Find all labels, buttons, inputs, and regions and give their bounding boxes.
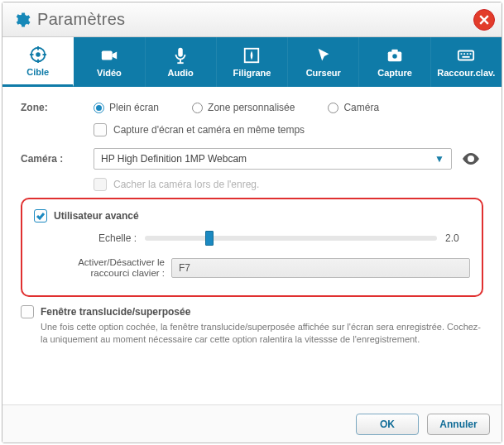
- video-icon: [100, 46, 118, 65]
- tab-cible[interactable]: Cible: [2, 37, 74, 87]
- hotkey-input[interactable]: F7: [171, 258, 470, 278]
- tab-filigrane[interactable]: Filigrane: [217, 37, 288, 87]
- gear-icon: [12, 11, 31, 29]
- hotkey-label: Activer/Désactiver le raccourci clavier …: [41, 257, 165, 279]
- cancel-button[interactable]: Annuler: [427, 414, 490, 435]
- svg-rect-6: [102, 51, 113, 60]
- hotkey-value: F7: [179, 262, 190, 274]
- tab-curseur[interactable]: Curseur: [288, 37, 359, 87]
- tab-label: Vidéo: [97, 68, 122, 78]
- close-button[interactable]: [473, 9, 495, 31]
- svg-point-5: [36, 52, 41, 57]
- radio-label: Plein écran: [109, 102, 159, 113]
- tab-label: Cible: [26, 67, 49, 77]
- target-icon: [29, 45, 47, 64]
- svg-rect-16: [464, 53, 466, 55]
- svg-rect-7: [178, 48, 183, 57]
- zone-radio-group: Plein écran Zone personnalisée Caméra: [94, 102, 379, 113]
- cursor-icon: [314, 46, 333, 65]
- camera-icon: [386, 46, 404, 65]
- scale-slider[interactable]: [145, 236, 437, 241]
- translucent-section: Fenêtre translucide/superposée Une fois …: [21, 305, 483, 345]
- camera-selected-value: HP High Definition 1MP Webcam: [101, 153, 247, 165]
- keyboard-icon: [457, 46, 475, 65]
- tab-label: Raccour.clav.: [437, 68, 495, 78]
- svg-point-13: [392, 54, 397, 59]
- tab-capture[interactable]: Capture: [359, 37, 430, 87]
- ok-button[interactable]: OK: [356, 414, 419, 435]
- camera-select[interactable]: HP High Definition 1MP Webcam ▼: [94, 148, 452, 170]
- dual-capture-checkbox[interactable]: [94, 123, 107, 136]
- advanced-user-label: Utilisateur avancé: [54, 210, 139, 222]
- mic-icon: [171, 46, 190, 65]
- tab-audio[interactable]: Audio: [146, 37, 217, 87]
- radio-dot-icon: [328, 103, 338, 113]
- camera-label: Caméra :: [21, 153, 94, 165]
- scale-row: Echelle : 2.0: [62, 232, 470, 244]
- tab-raccourcis[interactable]: Raccour.clav.: [431, 37, 502, 87]
- translucent-row: Fenêtre translucide/superposée: [21, 305, 483, 318]
- slider-thumb-icon: [205, 231, 214, 246]
- svg-point-20: [469, 157, 473, 160]
- radio-camera[interactable]: Caméra: [328, 102, 379, 113]
- scale-label: Echelle :: [62, 232, 137, 244]
- svg-rect-18: [470, 53, 472, 55]
- advanced-user-row: Utilisateur avancé: [34, 209, 470, 223]
- radio-fullscreen[interactable]: Plein écran: [94, 102, 159, 113]
- tab-bar: Cible Vidéo Audio Filigrane Curseur: [2, 37, 502, 87]
- button-bar: OK Annuler: [2, 404, 502, 443]
- tab-label: Capture: [377, 68, 412, 78]
- radio-dot-icon: [192, 103, 203, 113]
- settings-dialog: Paramètres Cible Vidéo Audio: [2, 2, 502, 443]
- hotkey-row: Activer/Désactiver le raccourci clavier …: [41, 257, 470, 279]
- caret-down-icon: ▼: [434, 153, 444, 165]
- translucent-label: Fenêtre translucide/superposée: [41, 306, 190, 318]
- radio-dot-icon: [94, 103, 104, 113]
- zone-row: Zone: Plein écran Zone personnalisée Cam…: [21, 102, 483, 113]
- svg-rect-17: [467, 53, 468, 55]
- tab-label: Filigrane: [233, 68, 271, 78]
- dual-capture-label: Capture d'écran et caméra en même temps: [113, 124, 305, 136]
- tab-content-cible: Zone: Plein écran Zone personnalisée Cam…: [2, 87, 502, 404]
- scale-value: 2.0: [445, 232, 470, 244]
- translucent-checkbox[interactable]: [21, 305, 34, 318]
- translucent-description: Une fois cette option cochée, la fenêtre…: [41, 321, 483, 345]
- ok-label: OK: [380, 419, 395, 430]
- svg-rect-19: [463, 56, 470, 58]
- advanced-user-checkbox[interactable]: [34, 209, 47, 223]
- zone-label: Zone:: [21, 102, 94, 113]
- svg-rect-14: [458, 51, 473, 60]
- tab-label: Curseur: [306, 68, 341, 78]
- watermark-icon: [242, 46, 261, 65]
- dual-capture-row: Capture d'écran et caméra en même temps: [94, 123, 483, 136]
- radio-label: Zone personnalisée: [208, 102, 295, 113]
- camera-row: Caméra : HP High Definition 1MP Webcam ▼: [21, 148, 483, 170]
- hide-camera-checkbox: [94, 178, 107, 191]
- tab-label: Audio: [168, 68, 194, 78]
- advanced-user-section: Utilisateur avancé Echelle : 2.0 Activer…: [21, 198, 483, 297]
- radio-custom-zone[interactable]: Zone personnalisée: [192, 102, 295, 113]
- tab-video[interactable]: Vidéo: [74, 37, 145, 87]
- titlebar: Paramètres: [2, 2, 502, 37]
- cancel-label: Annuler: [439, 419, 477, 430]
- svg-rect-15: [461, 53, 463, 55]
- dialog-title: Paramètres: [37, 10, 125, 29]
- radio-label: Caméra: [343, 102, 379, 113]
- preview-camera-button[interactable]: [458, 149, 483, 169]
- hide-camera-row: Cacher la caméra lors de l'enreg.: [94, 178, 483, 191]
- svg-rect-12: [391, 50, 397, 53]
- hide-camera-label: Cacher la caméra lors de l'enreg.: [113, 179, 259, 190]
